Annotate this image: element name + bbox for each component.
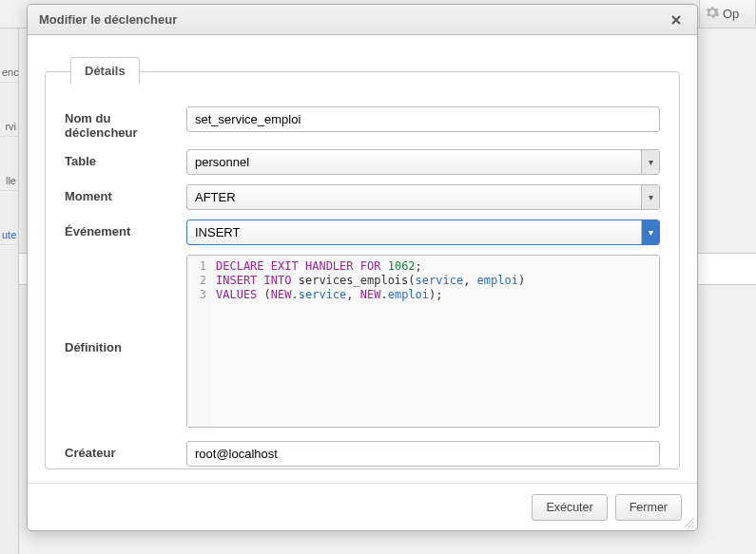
resize-grip-icon [682,515,695,528]
label-moment: Moment [65,184,186,203]
bg-options-btn[interactable]: Op [699,0,756,29]
dialog-title: Modifier le déclencheur [39,12,667,27]
editor-code[interactable]: DECLARE EXIT HANDLER FOR 1062; INSERT IN… [212,256,659,427]
dialog-header[interactable]: Modifier le déclencheur [28,5,697,35]
details-fieldset: Détails Nom du déclencheur Table personn… [45,58,680,469]
label-event: Événement [65,220,186,239]
execute-button[interactable]: Exécuter [532,494,607,521]
bg-sidebar-fragments: enc rvi lle ute [0,29,19,554]
close-icon[interactable] [667,10,686,29]
dialog-body: Détails Nom du déclencheur Table personn… [28,35,697,483]
edit-trigger-dialog: Modifier le déclencheur Détails Nom du d… [27,4,698,531]
definition-editor[interactable]: 1 2 3 DECLARE EXIT HANDLER FOR 1062; INS… [186,255,660,428]
trigger-name-input[interactable] [186,106,660,132]
gear-icon [706,6,719,22]
label-table: Table [65,149,186,168]
close-button[interactable]: Fermer [615,494,682,521]
event-select[interactable]: INSERT [186,220,660,245]
creator-input[interactable] [186,441,660,467]
bg-options-label: Op [723,7,739,21]
editor-gutter: 1 2 3 [187,256,212,427]
label-trigger-name: Nom du déclencheur [65,106,186,140]
details-legend: Détails [70,57,140,85]
moment-select[interactable]: AFTER [186,184,660,210]
table-select[interactable]: personnel [186,149,660,175]
dialog-footer: Exécuter Fermer [28,483,697,530]
label-creator: Créateur [65,441,186,460]
label-definition: Définition [65,255,186,354]
